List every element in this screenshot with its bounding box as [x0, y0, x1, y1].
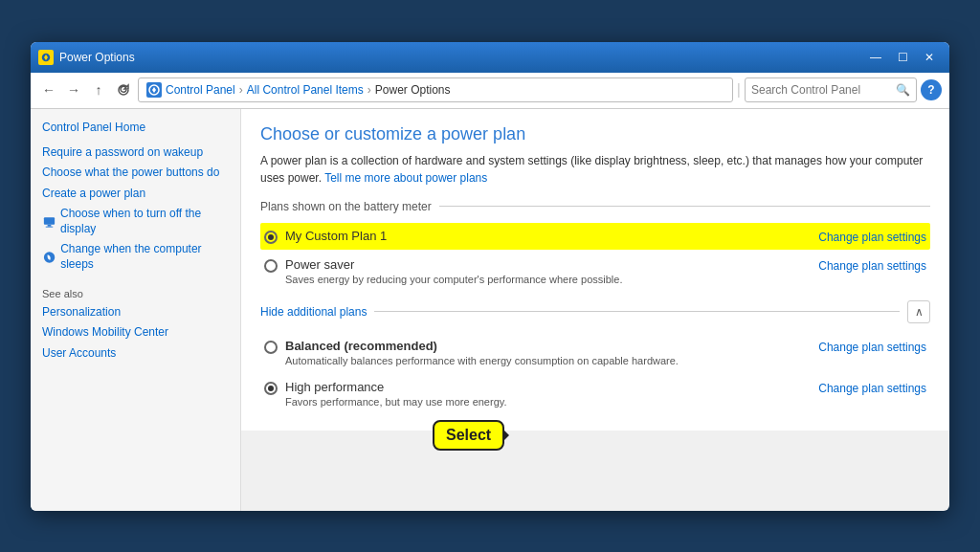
search-box: 🔍	[745, 77, 917, 102]
plan-info-power-saver: Power saver Saves energy by reducing you…	[285, 257, 803, 285]
plans-section-label: Plans shown on the battery meter	[260, 200, 432, 213]
breadcrumb-current: Power Options	[375, 83, 451, 97]
sidebar-item-require-password[interactable]: Require a password on wakeup	[42, 145, 229, 161]
change-plan-custom[interactable]: Change plan settings	[803, 231, 926, 244]
hide-additional-section: Hide additional plans ∧	[260, 300, 930, 323]
page-title: Choose or customize a power plan	[260, 124, 930, 144]
plan-row-custom: My Custom Plan 1 Change plan settings	[260, 223, 930, 250]
sidebar-also-personalization[interactable]: Personalization	[42, 305, 229, 320]
plan-row-power-saver: Power saver Saves energy by reducing you…	[260, 252, 930, 291]
minimize-button[interactable]: —	[863, 48, 888, 67]
sidebar-item-power-buttons[interactable]: Choose what the power buttons do	[42, 166, 229, 181]
hide-line	[374, 311, 900, 312]
sidebar-item-create-plan[interactable]: Create a power plan	[42, 187, 229, 202]
hide-additional-label[interactable]: Hide additional plans	[260, 305, 367, 319]
search-icon[interactable]: 🔍	[896, 83, 910, 97]
plan-radio-custom[interactable]	[264, 231, 278, 244]
sleep-icon	[42, 250, 56, 265]
help-button[interactable]: ?	[921, 79, 942, 100]
plan-info-custom: My Custom Plan 1	[285, 229, 803, 243]
page-description: A power plan is a collection of hardware…	[260, 152, 930, 187]
window-controls: — ☐ ✕	[863, 48, 942, 67]
section-line	[439, 206, 930, 207]
battery-section: Plans shown on the battery meter	[260, 200, 930, 213]
title-bar: Power Options — ☐ ✕	[31, 42, 949, 73]
plan-desc-power-saver: Saves energy by reducing your computer's…	[285, 274, 803, 285]
close-button[interactable]: ✕	[917, 48, 942, 67]
main-content: Control Panel Home Require a password on…	[31, 109, 949, 511]
plan-desc-high-performance: Favors performance, but may use more ene…	[285, 396, 803, 408]
plan-info-balanced: Balanced (recommended) Automatically bal…	[285, 339, 803, 366]
plan-row-balanced: Balanced (recommended) Automatically bal…	[260, 333, 930, 372]
sidebar-item-turn-off-display[interactable]: Choose when to turn off the display	[42, 207, 229, 236]
plan-row-high-performance: High performance Favors performance, but…	[260, 374, 930, 413]
plan-name-high-performance: High performance	[285, 380, 803, 394]
sidebar-also-mobility[interactable]: Windows Mobility Center	[42, 325, 229, 341]
learn-more-link[interactable]: Tell me more about power plans	[324, 171, 487, 185]
window-icon	[38, 50, 54, 65]
search-input[interactable]	[751, 83, 896, 97]
plan-name-custom: My Custom Plan 1	[285, 229, 803, 243]
select-annotation: Select	[433, 420, 504, 451]
content-area: Choose or customize a power plan A power…	[241, 109, 949, 431]
sidebar-item-change-sleep[interactable]: Change when the computer sleeps	[42, 242, 229, 272]
change-plan-balanced[interactable]: Change plan settings	[803, 341, 926, 354]
change-plan-power-saver[interactable]: Change plan settings	[803, 259, 926, 273]
up-button[interactable]: ↑	[88, 79, 109, 100]
change-plan-high-performance[interactable]: Change plan settings	[803, 382, 926, 395]
breadcrumb-all-items[interactable]: All Control Panel Items	[247, 83, 364, 97]
main-window: Power Options — ☐ ✕ ← → ↑ Control Panel …	[31, 42, 949, 511]
window-title: Power Options	[59, 51, 863, 64]
plan-radio-balanced[interactable]	[264, 341, 278, 354]
sidebar-also-accounts[interactable]: User Accounts	[42, 346, 229, 362]
see-also-label: See also	[42, 288, 229, 299]
svg-rect-4	[48, 225, 52, 227]
plan-radio-high-performance[interactable]	[264, 382, 278, 395]
svg-rect-5	[46, 227, 53, 228]
forward-button[interactable]: →	[63, 79, 84, 100]
refresh-button[interactable]	[113, 79, 134, 100]
plan-radio-power-saver[interactable]	[264, 259, 278, 273]
address-bar: ← → ↑ Control Panel › All Control Panel …	[31, 73, 949, 109]
plan-info-high-performance: High performance Favors performance, but…	[285, 380, 803, 408]
sidebar-home-link[interactable]: Control Panel Home	[42, 121, 229, 134]
plan-name-power-saver: Power saver	[285, 257, 803, 272]
back-button[interactable]: ←	[38, 79, 59, 100]
chevron-up-icon[interactable]: ∧	[907, 300, 930, 323]
svg-rect-3	[44, 217, 55, 224]
monitor-icon	[42, 214, 56, 230]
plan-name-balanced: Balanced (recommended)	[285, 339, 803, 353]
sidebar: Control Panel Home Require a password on…	[31, 109, 241, 511]
breadcrumb-control-panel[interactable]: Control Panel	[166, 83, 235, 97]
plan-desc-balanced: Automatically balances performance with …	[285, 355, 803, 366]
maximize-button[interactable]: ☐	[890, 48, 915, 67]
breadcrumb: Control Panel › All Control Panel Items …	[138, 77, 733, 102]
